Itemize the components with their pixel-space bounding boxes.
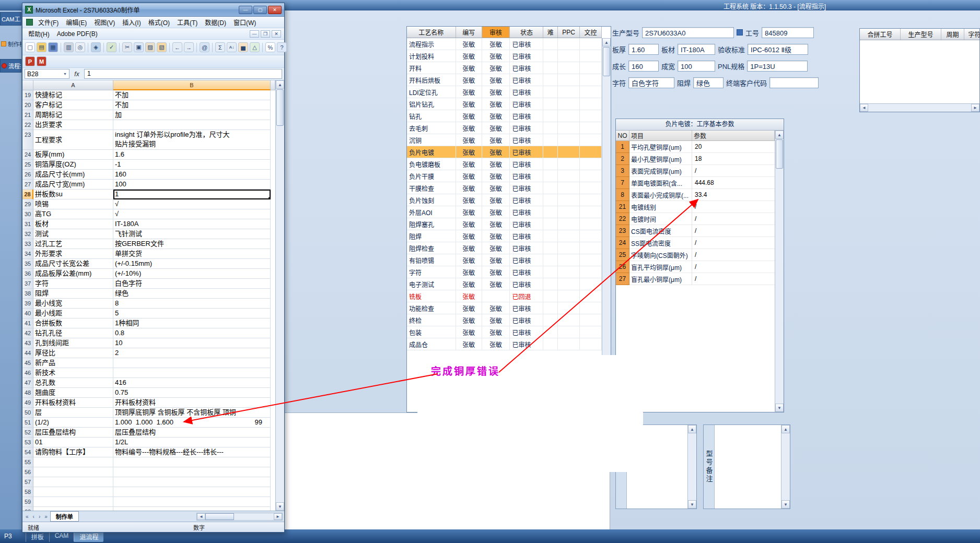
cell-B30[interactable]: √ [113,209,271,219]
row-header-33[interactable]: 33 [22,239,33,249]
batch-col-生产型号[interactable]: 生产型号 [901,29,941,40]
cell-B52[interactable]: 层压叠层结构 [113,428,271,438]
row-header-60[interactable]: 60 [22,507,33,511]
param-value[interactable]: 18 [692,153,775,165]
undo-icon[interactable]: ← [172,42,182,52]
param-row-8[interactable]: 8表面最小完成铜厚(...33.4 [616,189,775,201]
cell-A39[interactable]: 最小线宽 [33,299,113,309]
row-header-47[interactable]: 47 [22,378,33,388]
sheet-vertical-scrollbar[interactable]: ▲ ▼ [275,80,284,511]
cell-A33[interactable]: 过孔工艺 [33,239,113,249]
row-header-35[interactable]: 35 [22,259,33,269]
save-icon[interactable]: ▦ [48,42,58,52]
cell-B34[interactable]: 单拼交货 [113,249,271,259]
cell-B32[interactable]: 飞针测试 [113,229,271,239]
research-icon[interactable]: ◈ [91,42,101,52]
cell-B40[interactable]: 5 [113,309,271,318]
param-value[interactable]: 444.68 [692,177,775,189]
process-row-阻焊[interactable]: 阻焊张敏张敏已审核 [407,230,602,242]
open-icon[interactable]: ▤ [37,42,46,52]
row-header-38[interactable]: 38 [22,289,33,299]
menu-插入(I)[interactable]: 插入(I) [119,17,144,28]
param-row-27[interactable]: 27盲孔最小铜厚(μm)/ [616,273,775,285]
cell-A50[interactable]: 层 [33,408,113,418]
param-value[interactable]: 20 [692,141,775,153]
cell-B45[interactable] [113,358,271,368]
process-col-文控[interactable]: 文控 [580,27,602,38]
cell-B58[interactable] [113,487,271,497]
cell-A54[interactable]: 请购物料【工序】 [33,447,113,457]
param-row-25[interactable]: 25字唛朝向(CS面朝外)/ [616,249,775,261]
scroll-down-icon[interactable]: ▼ [276,502,284,511]
process-row-开料[interactable]: 开料张敏张敏已审核 [407,62,602,74]
row-header-59[interactable]: 59 [22,497,33,507]
process-row-沉铜[interactable]: 沉铜张敏张敏已审核 [407,134,602,146]
sort-asc-icon[interactable]: A↓ [227,42,237,52]
param-value[interactable]: / [692,273,775,285]
drawing-icon[interactable]: △ [250,42,260,52]
menu-Adobe PDF(B)[interactable]: Adobe PDF(B) [53,29,101,39]
cell-B25[interactable]: -1 [113,160,271,170]
cell-A20[interactable]: 客户标记 [33,100,113,110]
zoom-icon[interactable]: % [265,42,275,52]
row-header-28[interactable]: 28 [22,190,33,199]
param-row-22[interactable]: 22电镀时间/ [616,213,775,225]
cell-A51[interactable]: (1/2) [33,418,113,428]
cell-A43[interactable]: 孔到线间距 [33,338,113,348]
cell-B60[interactable] [113,507,271,511]
formula-input[interactable]: 1 [84,69,282,79]
process-row-负片干膜[interactable]: 负片干膜张敏张敏已审核 [407,170,602,182]
param-row-26[interactable]: 26盲孔平均铜厚(μm)/ [616,261,775,273]
cell-B56[interactable] [113,467,271,477]
param-row-23[interactable]: 23CS面电流密度/ [616,225,775,237]
info-value-板材[interactable]: IT-180A [678,44,715,55]
row-header-36[interactable]: 36 [22,269,33,279]
scroll-down-icon[interactable]: ▼ [775,404,784,412]
row-header-27[interactable]: 27 [22,180,33,190]
cell-A29[interactable]: 喷锡 [33,199,113,209]
process-row-负电镀磨板[interactable]: 负电镀磨板张敏张敏已审核 [407,158,602,170]
menu-视图(V)[interactable]: 视图(V) [90,17,119,28]
cell-A57[interactable] [33,477,113,487]
cell-B43[interactable]: 10 [113,338,271,348]
cell-B41[interactable]: 1种相同 [113,318,271,328]
process-col-状态[interactable]: 状态 [510,27,543,38]
cell-A49[interactable]: 开料板材资料 [33,398,113,408]
menu-文件(F)[interactable]: 文件(F) [34,17,62,28]
prev-sheet-icon[interactable]: ‹ [31,514,36,520]
cell-B26[interactable]: 160 [113,170,271,180]
cell-B31[interactable]: IT-180A [113,219,271,229]
pdf-convert-icon[interactable]: P [25,56,35,66]
cell-A34[interactable]: 外形要求 [33,249,113,259]
cell-A23[interactable]: 工程要求 [33,130,113,150]
process-row-有铅喷锡[interactable]: 有铅喷锡张敏张敏已审核 [407,254,602,266]
menu-窗口(W)[interactable]: 窗口(W) [230,17,260,28]
cell-A47[interactable]: 总孔数 [33,378,113,388]
param-row-21[interactable]: 21电镀线别/ [616,201,775,213]
cell-B23[interactable]: insight 订单外形以profile为准，尺寸大贴片接受漏铜 [113,130,271,150]
info-value-验收标准[interactable]: IPC-6012 Ⅱ级 [748,44,808,55]
scroll-up-icon[interactable]: ▲ [602,38,611,46]
cell-B20[interactable]: 不加 [113,100,271,110]
scroll-up-icon[interactable]: ▲ [775,131,784,139]
scroll-right-icon[interactable]: ► [274,513,282,520]
cell-A45[interactable]: 新产品 [33,358,113,368]
cell-B59[interactable] [113,497,271,507]
param-value[interactable]: / [692,225,775,237]
info-value-阻焊[interactable]: 绿色 [693,77,724,88]
copy-icon[interactable]: ▣ [134,42,144,52]
process-row-字符[interactable]: 字符张敏张敏已审核 [407,266,602,278]
redo-icon[interactable]: → [184,42,194,52]
param-row-7[interactable]: 7单面电镀面积(含...444.68 [616,177,775,189]
menu-帮助(H)[interactable]: 帮助(H) [25,28,53,39]
scrollbar-thumb[interactable] [776,139,783,169]
process-col-工艺名称[interactable]: 工艺名称 [407,27,456,38]
cell-B33[interactable]: 按GERBER文件 [113,239,271,249]
cell-B19[interactable]: 不加 [113,90,271,100]
cell-B27[interactable]: 100 [113,180,271,190]
row-header-19[interactable]: 19 [22,90,33,100]
process-col-审核[interactable]: 审核 [482,27,510,38]
process-row-负片蚀刻[interactable]: 负片蚀刻张敏张敏已审核 [407,194,602,206]
cell-B24[interactable]: 1.6 [113,150,271,160]
sheet-tab[interactable]: 制作单 [50,511,79,522]
